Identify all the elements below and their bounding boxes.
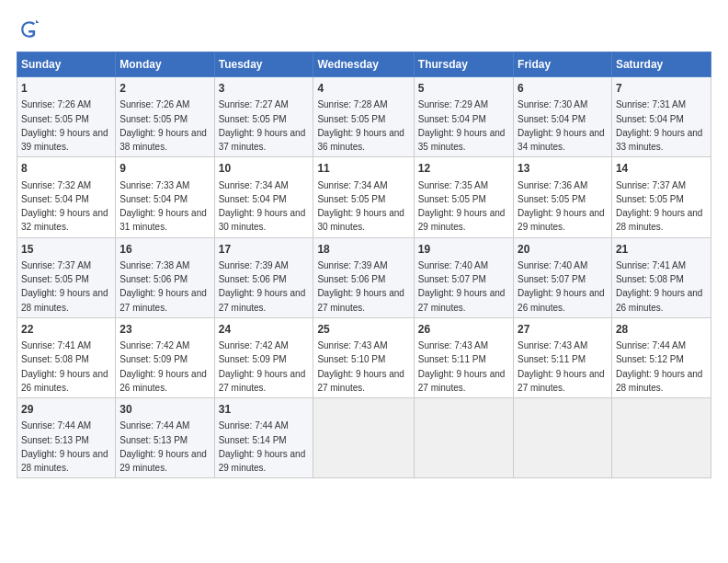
calendar-cell: [313, 398, 414, 478]
calendar-cell: 23 Sunrise: 7:42 AMSunset: 5:09 PMDaylig…: [116, 317, 214, 397]
calendar-cell: 6 Sunrise: 7:30 AMSunset: 5:04 PMDayligh…: [514, 77, 612, 157]
week-row-5: 29 Sunrise: 7:44 AMSunset: 5:13 PMDaylig…: [17, 398, 711, 478]
day-number: 2: [119, 81, 210, 97]
day-info: Sunrise: 7:29 AMSunset: 5:04 PMDaylight:…: [418, 99, 506, 152]
day-info: Sunrise: 7:42 AMSunset: 5:09 PMDaylight:…: [119, 340, 207, 393]
week-row-1: 1 Sunrise: 7:26 AMSunset: 5:05 PMDayligh…: [17, 77, 711, 157]
day-info: Sunrise: 7:40 AMSunset: 5:07 PMDaylight:…: [418, 260, 506, 313]
calendar-cell: 3 Sunrise: 7:27 AMSunset: 5:05 PMDayligh…: [214, 77, 313, 157]
calendar-cell: 13 Sunrise: 7:36 AMSunset: 5:05 PMDaylig…: [514, 157, 612, 237]
calendar-cell: 28 Sunrise: 7:44 AMSunset: 5:12 PMDaylig…: [611, 317, 711, 397]
week-row-2: 8 Sunrise: 7:32 AMSunset: 5:04 PMDayligh…: [17, 157, 711, 237]
calendar-cell: 22 Sunrise: 7:41 AMSunset: 5:08 PMDaylig…: [17, 317, 116, 397]
calendar-cell: 9 Sunrise: 7:33 AMSunset: 5:04 PMDayligh…: [116, 157, 214, 237]
day-number: 23: [119, 322, 210, 338]
calendar-cell: 8 Sunrise: 7:32 AMSunset: 5:04 PMDayligh…: [17, 157, 116, 237]
day-info: Sunrise: 7:35 AMSunset: 5:05 PMDaylight:…: [418, 180, 506, 233]
calendar-cell: 31 Sunrise: 7:44 AMSunset: 5:14 PMDaylig…: [214, 398, 313, 478]
calendar-cell: 27 Sunrise: 7:43 AMSunset: 5:11 PMDaylig…: [514, 317, 612, 397]
day-number: 11: [317, 161, 409, 177]
page: SundayMondayTuesdayWednesdayThursdayFrid…: [0, 0, 728, 563]
day-info: Sunrise: 7:37 AMSunset: 5:05 PMDaylight:…: [21, 260, 108, 313]
day-info: Sunrise: 7:44 AMSunset: 5:13 PMDaylight:…: [119, 420, 207, 473]
calendar-cell: 19 Sunrise: 7:40 AMSunset: 5:07 PMDaylig…: [414, 237, 513, 317]
day-number: 6: [518, 81, 608, 97]
calendar-cell: 26 Sunrise: 7:43 AMSunset: 5:11 PMDaylig…: [414, 317, 513, 397]
calendar-cell: 24 Sunrise: 7:42 AMSunset: 5:09 PMDaylig…: [214, 317, 313, 397]
header-day-sunday: Sunday: [17, 52, 116, 77]
calendar-cell: 15 Sunrise: 7:37 AMSunset: 5:05 PMDaylig…: [17, 237, 116, 317]
header-day-tuesday: Tuesday: [214, 52, 313, 77]
day-number: 9: [119, 161, 210, 177]
calendar-cell: 18 Sunrise: 7:39 AMSunset: 5:06 PMDaylig…: [313, 237, 414, 317]
day-number: 28: [616, 322, 707, 338]
calendar-cell: [611, 398, 711, 478]
day-info: Sunrise: 7:27 AMSunset: 5:05 PMDaylight:…: [219, 99, 306, 152]
day-number: 19: [418, 242, 509, 258]
svg-rect-0: [17, 17, 42, 42]
calendar-cell: 29 Sunrise: 7:44 AMSunset: 5:13 PMDaylig…: [17, 398, 116, 478]
calendar-cell: 14 Sunrise: 7:37 AMSunset: 5:05 PMDaylig…: [611, 157, 711, 237]
day-number: 4: [317, 81, 409, 97]
day-number: 1: [21, 81, 111, 97]
logo: [17, 17, 46, 42]
day-info: Sunrise: 7:31 AMSunset: 5:04 PMDaylight:…: [616, 99, 703, 152]
day-info: Sunrise: 7:26 AMSunset: 5:05 PMDaylight:…: [119, 99, 207, 152]
day-info: Sunrise: 7:43 AMSunset: 5:11 PMDaylight:…: [518, 340, 605, 393]
header-day-saturday: Saturday: [611, 52, 711, 77]
calendar-cell: 7 Sunrise: 7:31 AMSunset: 5:04 PMDayligh…: [611, 77, 711, 157]
header-day-friday: Friday: [514, 52, 612, 77]
header-day-monday: Monday: [116, 52, 214, 77]
day-info: Sunrise: 7:40 AMSunset: 5:07 PMDaylight:…: [518, 260, 605, 313]
calendar-cell: 11 Sunrise: 7:34 AMSunset: 5:05 PMDaylig…: [313, 157, 414, 237]
header: [17, 17, 711, 42]
day-info: Sunrise: 7:26 AMSunset: 5:05 PMDaylight:…: [21, 99, 108, 152]
header-row: SundayMondayTuesdayWednesdayThursdayFrid…: [17, 52, 711, 77]
day-number: 24: [219, 322, 310, 338]
day-number: 30: [119, 402, 210, 418]
day-number: 5: [418, 81, 509, 97]
day-info: Sunrise: 7:37 AMSunset: 5:05 PMDaylight:…: [616, 180, 703, 233]
calendar-cell: [414, 398, 513, 478]
day-number: 8: [21, 161, 111, 177]
calendar-cell: 21 Sunrise: 7:41 AMSunset: 5:08 PMDaylig…: [611, 237, 711, 317]
day-number: 29: [21, 402, 111, 418]
logo-icon: [17, 17, 42, 42]
day-number: 26: [418, 322, 509, 338]
calendar-cell: 25 Sunrise: 7:43 AMSunset: 5:10 PMDaylig…: [313, 317, 414, 397]
day-number: 16: [119, 242, 210, 258]
day-info: Sunrise: 7:30 AMSunset: 5:04 PMDaylight:…: [518, 99, 605, 152]
calendar-cell: 1 Sunrise: 7:26 AMSunset: 5:05 PMDayligh…: [17, 77, 116, 157]
day-info: Sunrise: 7:44 AMSunset: 5:14 PMDaylight:…: [219, 420, 306, 473]
day-info: Sunrise: 7:44 AMSunset: 5:12 PMDaylight:…: [616, 340, 703, 393]
day-info: Sunrise: 7:33 AMSunset: 5:04 PMDaylight:…: [119, 180, 207, 233]
calendar-cell: 16 Sunrise: 7:38 AMSunset: 5:06 PMDaylig…: [116, 237, 214, 317]
calendar-cell: 10 Sunrise: 7:34 AMSunset: 5:04 PMDaylig…: [214, 157, 313, 237]
calendar-cell: 2 Sunrise: 7:26 AMSunset: 5:05 PMDayligh…: [116, 77, 214, 157]
calendar-header: SundayMondayTuesdayWednesdayThursdayFrid…: [17, 52, 711, 77]
day-number: 10: [219, 161, 310, 177]
day-number: 3: [219, 81, 310, 97]
calendar-cell: 5 Sunrise: 7:29 AMSunset: 5:04 PMDayligh…: [414, 77, 513, 157]
day-info: Sunrise: 7:42 AMSunset: 5:09 PMDaylight:…: [219, 340, 306, 393]
day-number: 25: [317, 322, 409, 338]
week-row-3: 15 Sunrise: 7:37 AMSunset: 5:05 PMDaylig…: [17, 237, 711, 317]
day-info: Sunrise: 7:34 AMSunset: 5:04 PMDaylight:…: [219, 180, 306, 233]
day-number: 14: [616, 161, 707, 177]
day-info: Sunrise: 7:39 AMSunset: 5:06 PMDaylight:…: [219, 260, 306, 313]
day-info: Sunrise: 7:32 AMSunset: 5:04 PMDaylight:…: [21, 180, 108, 233]
calendar-table: SundayMondayTuesdayWednesdayThursdayFrid…: [17, 52, 711, 478]
day-number: 27: [518, 322, 608, 338]
day-info: Sunrise: 7:43 AMSunset: 5:11 PMDaylight:…: [418, 340, 506, 393]
calendar-cell: 20 Sunrise: 7:40 AMSunset: 5:07 PMDaylig…: [514, 237, 612, 317]
day-number: 7: [616, 81, 707, 97]
day-number: 22: [21, 322, 111, 338]
calendar-cell: 30 Sunrise: 7:44 AMSunset: 5:13 PMDaylig…: [116, 398, 214, 478]
day-number: 31: [219, 402, 310, 418]
header-day-wednesday: Wednesday: [313, 52, 414, 77]
day-number: 13: [518, 161, 608, 177]
day-number: 21: [616, 242, 707, 258]
day-info: Sunrise: 7:39 AMSunset: 5:06 PMDaylight:…: [317, 260, 404, 313]
calendar-cell: 4 Sunrise: 7:28 AMSunset: 5:05 PMDayligh…: [313, 77, 414, 157]
week-row-4: 22 Sunrise: 7:41 AMSunset: 5:08 PMDaylig…: [17, 317, 711, 397]
